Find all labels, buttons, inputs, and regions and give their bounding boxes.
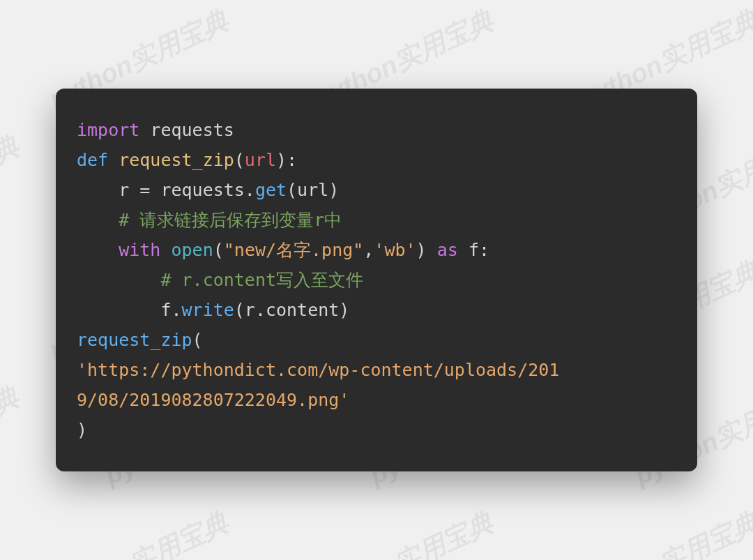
paren-close: ) — [416, 240, 427, 260]
module-name: requests — [150, 120, 234, 140]
keyword-as: as — [437, 240, 458, 260]
code-block: import requests def request_zip(url): r … — [77, 115, 676, 445]
watermark: python实用宝典 — [0, 379, 25, 494]
var: f — [469, 240, 479, 260]
paren-open: ( — [234, 150, 245, 170]
method-call: get — [255, 180, 287, 200]
paren-open: ( — [213, 240, 224, 260]
comment: # r.content写入至文件 — [160, 270, 363, 290]
builtin-open: open — [172, 240, 213, 260]
watermark: python实用宝典 — [0, 128, 25, 243]
string-literal: 'wb' — [374, 240, 416, 260]
colon: : — [479, 240, 489, 260]
paren-open: ( — [287, 180, 297, 200]
code-container: import requests def request_zip(url): r … — [56, 89, 697, 471]
watermark: python实用宝典 — [43, 505, 234, 560]
paren-close: ) — [77, 420, 87, 440]
watermark: python实用宝典 — [308, 505, 499, 560]
parameter: url — [245, 150, 276, 170]
function-name: request_zip — [119, 150, 234, 170]
paren-open: ( — [192, 330, 203, 350]
string-literal: 'https://pythondict.com/wp-content/uploa… — [77, 360, 559, 380]
string-literal: 9/08/2019082807222049.png' — [77, 390, 349, 410]
method-call: write — [182, 300, 234, 320]
indent — [77, 180, 119, 200]
paren-close: ) — [328, 180, 339, 200]
comment: # 请求链接后保存到变量r中 — [119, 210, 342, 230]
paren-open: ( — [234, 300, 245, 320]
paren-close: ) — [339, 300, 349, 320]
watermark: python实用宝典 — [573, 505, 753, 560]
string-literal: "new/名字.png" — [224, 240, 364, 260]
object: f. — [160, 300, 181, 320]
function-call: request_zip — [77, 330, 192, 350]
assignment: r = requests. — [119, 180, 255, 200]
indent — [77, 210, 119, 230]
comma: , — [363, 240, 374, 260]
indent — [77, 240, 119, 260]
paren-close: ): — [276, 150, 297, 170]
arg: url — [297, 180, 328, 200]
keyword-import: import — [77, 120, 139, 140]
keyword-def: def — [77, 150, 108, 170]
indent — [77, 300, 160, 320]
keyword-with: with — [119, 240, 160, 260]
arg: r.content — [245, 300, 339, 320]
indent — [77, 270, 160, 290]
